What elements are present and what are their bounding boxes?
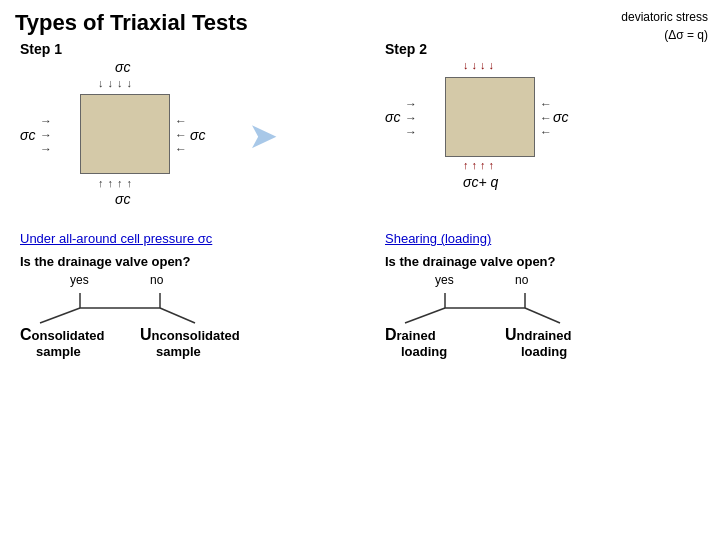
svg-line-3 xyxy=(40,308,80,323)
page-title: Types of Triaxial Tests xyxy=(0,0,720,36)
left-arrows: →→→ xyxy=(40,114,52,156)
svg-line-9 xyxy=(525,308,560,323)
left-branch: yes no Consolidatedsample Unconsolidated… xyxy=(20,273,230,353)
undrained-label: Undrainedloading xyxy=(505,325,571,360)
right-no-label: no xyxy=(515,273,528,287)
bottom-deviatoric-arrows: ↑↑↑↑ xyxy=(463,159,497,171)
right-arrows-s2: ←←← xyxy=(540,97,552,139)
right-branch: yes no Drainedloading Undrainedloading xyxy=(385,273,595,353)
step1-diagram: σc ↓↓↓↓ →→→ σc ←←← σc xyxy=(20,59,240,229)
left-panel: Step 1 σc ↓↓↓↓ →→→ σc ←←← xyxy=(10,41,355,353)
drained-label: Drainedloading xyxy=(385,325,447,360)
right-panel: Step 2 ↓↓↓↓ →→→ σc ←←← xyxy=(355,41,710,353)
step1-label: Step 1 xyxy=(20,41,62,57)
right-yes-label: yes xyxy=(435,273,454,287)
sigma-bottom-plus-q: σc+ q xyxy=(463,174,498,190)
bottom-arrows: ↑↑↑↑ xyxy=(98,177,136,189)
right-link[interactable]: Shearing (loading) xyxy=(385,231,491,246)
top-deviatoric-arrows: ↓↓↓↓ xyxy=(463,59,497,71)
sigma-left-label: σc xyxy=(20,127,35,143)
svg-line-8 xyxy=(405,308,445,323)
svg-line-4 xyxy=(160,308,195,323)
right-arrows: ←←← xyxy=(175,114,187,156)
left-drainage-question: Is the drainage valve open? xyxy=(20,254,191,269)
soil-block-step2 xyxy=(445,77,535,157)
soil-block-step1 xyxy=(80,94,170,174)
step2-label: Step 2 xyxy=(385,41,427,57)
left-yes-label: yes xyxy=(70,273,89,287)
left-no-label: no xyxy=(150,273,163,287)
left-link[interactable]: Under all-around cell pressure σc xyxy=(20,231,212,246)
sigma-bottom-label: σc xyxy=(115,191,130,207)
top-arrows: ↓↓↓↓ xyxy=(98,77,136,89)
sigma-right-label: σc xyxy=(190,127,205,143)
right-drainage-question: Is the drainage valve open? xyxy=(385,254,556,269)
sigma-right-s2: σc xyxy=(553,109,568,125)
transition-indicator: ➤ xyxy=(248,115,278,157)
deviatoric-stress-label: deviatoric stress (Δσ = q) xyxy=(621,8,708,44)
sigma-left-s2: σc xyxy=(385,109,400,125)
unconsolidated-label: Unconsolidatedsample xyxy=(140,325,240,360)
sigma-top-label: σc xyxy=(115,59,130,75)
step2-diagram: ↓↓↓↓ →→→ σc ←←← σc ↑↑↑↑ xyxy=(385,59,605,229)
left-arrows-s2: →→→ xyxy=(405,97,417,139)
consolidated-label: Consolidatedsample xyxy=(20,325,105,360)
